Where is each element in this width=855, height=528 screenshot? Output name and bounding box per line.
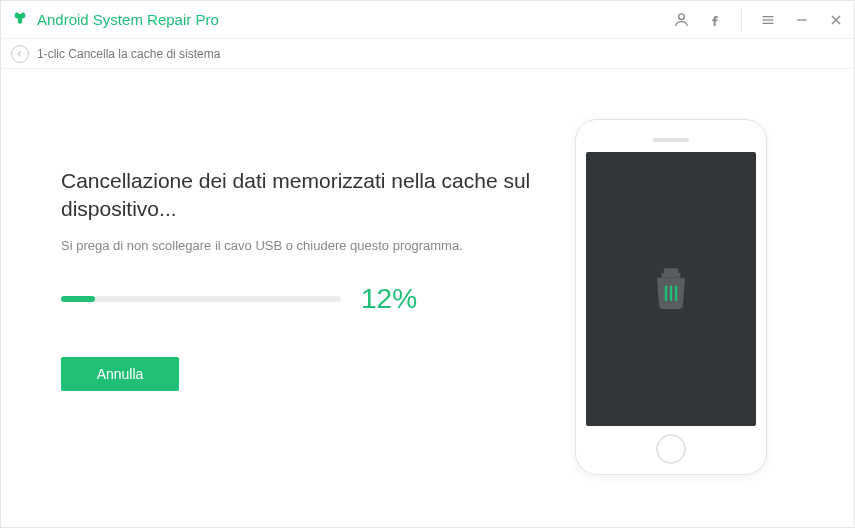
back-icon[interactable] <box>11 45 29 63</box>
svg-rect-7 <box>665 285 667 301</box>
trash-icon <box>646 262 696 316</box>
status-panel: Cancellazione dei dati memorizzati nella… <box>61 119 531 475</box>
svg-rect-9 <box>675 285 677 301</box>
progress-fill <box>61 296 95 302</box>
svg-rect-8 <box>670 285 672 301</box>
user-icon[interactable] <box>671 10 691 30</box>
close-icon[interactable] <box>826 10 846 30</box>
main-content: Cancellazione dei dati memorizzati nella… <box>1 69 854 505</box>
cancel-button[interactable]: Annulla <box>61 357 179 391</box>
device-illustration <box>531 119 811 475</box>
titlebar-actions <box>671 9 846 31</box>
status-subtext: Si prega di non scollegare il cavo USB o… <box>61 238 531 253</box>
phone-screen <box>586 152 756 426</box>
phone-speaker <box>653 138 689 142</box>
phone-home-button <box>656 434 686 464</box>
app-logo-icon <box>11 11 29 29</box>
facebook-icon[interactable] <box>705 10 725 30</box>
breadcrumb: 1-clic Cancella la cache di sistema <box>1 39 854 69</box>
progress-row: 12% <box>61 283 531 315</box>
phone-mockup <box>575 119 767 475</box>
progress-percent: 12% <box>361 283 417 315</box>
app-title: Android System Repair Pro <box>37 11 219 28</box>
minimize-icon[interactable] <box>792 10 812 30</box>
titlebar: Android System Repair Pro <box>1 1 854 39</box>
progress-bar <box>61 296 341 302</box>
titlebar-separator <box>741 9 742 31</box>
breadcrumb-label: 1-clic Cancella la cache di sistema <box>37 47 220 61</box>
status-heading: Cancellazione dei dati memorizzati nella… <box>61 167 531 224</box>
menu-icon[interactable] <box>758 10 778 30</box>
svg-point-0 <box>678 14 684 20</box>
